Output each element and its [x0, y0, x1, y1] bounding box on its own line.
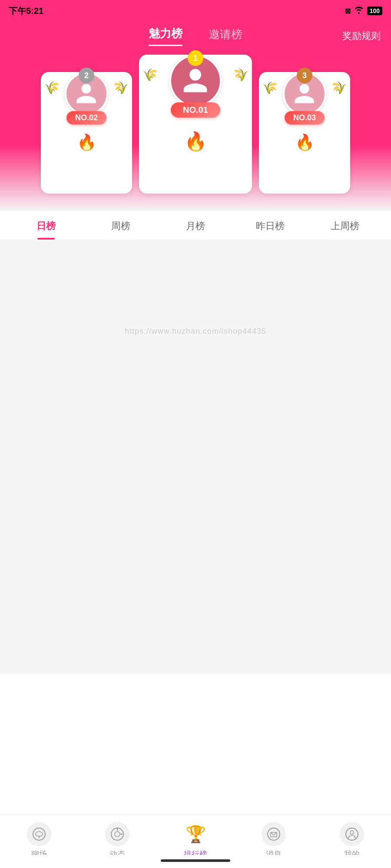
nav-item-ranking[interactable]: 🏆 排行榜 — [174, 822, 217, 859]
no-badge-first: NO.01 — [171, 102, 220, 118]
svg-point-7 — [350, 831, 354, 834]
status-bar: 下午5:21 ⊠ 100 — [0, 0, 391, 22]
header: 魅力榜 邀请榜 奖励规则 — [0, 22, 391, 46]
user-icon-first — [181, 66, 210, 95]
mine-svg — [345, 827, 359, 841]
fire-first: 🔥 — [184, 131, 207, 152]
rank-number-first: 1 — [188, 50, 203, 66]
home-indicator-bar — [161, 859, 230, 862]
trophy-icon: 🏆 — [183, 822, 208, 846]
wifi-icon — [354, 6, 364, 16]
tab-charm[interactable]: 魅力榜 — [149, 26, 182, 46]
crown-area-third: 3 NO.03 — [283, 72, 326, 125]
rule-button[interactable]: 奖励规则 — [342, 30, 381, 43]
nav-item-dynamic[interactable]: 动态 — [96, 822, 139, 859]
tab-yesterday[interactable]: 昨日榜 — [233, 211, 308, 240]
svg-point-2 — [115, 832, 120, 837]
dynamic-icon — [105, 822, 129, 846]
no-badge-third: NO.03 — [285, 111, 325, 125]
nav-item-chat[interactable]: 聊场 — [17, 822, 61, 859]
chat-svg — [32, 827, 46, 841]
rank-card-first: 🌾 🌾 1 NO.01 🔥 — [139, 55, 252, 194]
rank-card-second: 🌾 🌾 2 NO.02 🔥 — [41, 72, 132, 194]
tab-section: 日榜 周榜 月榜 昨日榜 上周榜 — [0, 211, 391, 240]
tab-monthly[interactable]: 月榜 — [158, 211, 233, 240]
laurel-right-third: 🌾 — [331, 81, 347, 95]
laurel-right-first: 🌾 — [233, 68, 249, 82]
status-time: 下午5:21 — [9, 5, 43, 17]
header-tabs: 魅力榜 邀请榜 — [149, 26, 242, 46]
battery-icon: 100 — [367, 7, 382, 15]
status-icons: ⊠ 100 — [345, 6, 382, 16]
tab-daily[interactable]: 日榜 — [9, 211, 83, 240]
home-indicator — [0, 855, 391, 868]
fire-second: 🔥 — [77, 133, 96, 151]
message-svg — [267, 827, 281, 841]
laurel-left-first: 🌾 — [142, 68, 158, 82]
laurel-left-second: 🌾 — [44, 81, 60, 95]
rank-number-third: 3 — [297, 68, 312, 83]
mine-icon — [340, 822, 364, 846]
tab-invite[interactable]: 邀请榜 — [209, 27, 242, 46]
no-badge-second: NO.02 — [66, 111, 106, 125]
nav-item-mine[interactable]: 我的 — [330, 822, 374, 859]
watermark: https://www.huzhan.com/ishop44435 — [125, 327, 266, 336]
rank-card-third: 🌾 🌾 3 NO.03 🔥 — [259, 72, 350, 194]
svg-point-5 — [268, 828, 280, 840]
nav-item-message[interactable]: 消息 — [252, 822, 295, 859]
message-icon — [262, 822, 286, 846]
leaderboard-hero: 🌾 🌾 2 NO.02 🔥 🌾 🌾 1 NO. — [0, 46, 391, 211]
laurel-right-second: 🌾 — [113, 81, 129, 95]
signal-icon: ⊠ — [345, 7, 351, 15]
crown-area-first: 1 NO.01 — [169, 55, 222, 118]
user-icon-second — [74, 82, 98, 105]
fire-third: 🔥 — [295, 133, 315, 151]
chat-icon — [27, 822, 51, 846]
tab-lastweek[interactable]: 上周榜 — [308, 211, 382, 240]
main-content: https://www.huzhan.com/ishop44435 — [0, 240, 391, 674]
rank-number-second: 2 — [79, 68, 94, 83]
tab-weekly[interactable]: 周榜 — [83, 211, 158, 240]
user-icon-third — [292, 82, 316, 105]
svg-point-0 — [33, 828, 45, 840]
laurel-left-third: 🌾 — [262, 81, 278, 95]
dynamic-svg — [110, 827, 124, 841]
crown-area-second: 2 NO.02 — [65, 72, 108, 125]
